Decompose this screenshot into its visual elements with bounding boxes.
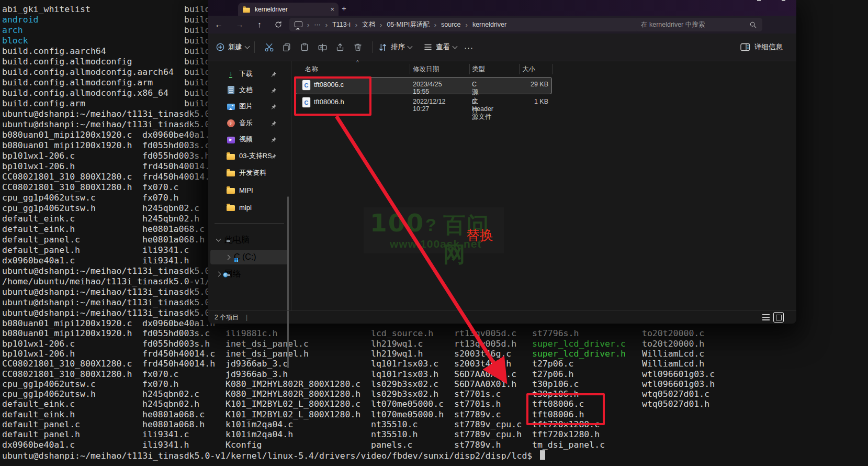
rename-button[interactable]: A [313, 42, 331, 52]
sidebar-item-music[interactable]: ♪ 音乐 [210, 116, 288, 130]
terminal-text-row: frd450h40014.c [142, 161, 215, 171]
terminal-text-row: he0801a068.h [142, 419, 205, 429]
terminal-text-row: bp101wx1-206.h [2, 349, 75, 359]
refresh-button[interactable] [272, 18, 285, 29]
new-button[interactable]: 新建 [216, 42, 249, 52]
terminal-text-row: cpu_gg1p4062utsw.h [2, 389, 96, 399]
view-icon [423, 42, 433, 52]
sidebar-item-pictures[interactable]: 图片 [210, 99, 288, 114]
delete-button[interactable] [349, 42, 367, 52]
breadcrumb-item[interactable]: T113-i [332, 21, 351, 28]
sidebar-item-videos[interactable]: ▶ 视频 [210, 132, 288, 147]
terminal-text-row: build [184, 77, 210, 87]
breadcrumb-separator: › [355, 21, 357, 29]
breadcrumb-separator: › [434, 21, 436, 29]
cut-button[interactable] [260, 42, 278, 52]
folder-icon [227, 205, 235, 211]
column-separator[interactable] [519, 64, 520, 74]
sidebar-item-documents[interactable]: 文档 [210, 83, 288, 97]
column-separator[interactable] [410, 64, 410, 74]
trash-icon [353, 42, 363, 52]
terminal-text-row: super_lcd_driver.c [532, 339, 626, 349]
new-tab-button[interactable]: + [342, 4, 346, 13]
search-input[interactable]: 在 kerneldriver 中搜索 [636, 18, 762, 31]
sidebar-item-label: 开发资料 [239, 168, 266, 177]
terminal-prompt[interactable]: ubuntu@dshanpi:~/meihao/t113i_tinasdk5.0… [2, 451, 532, 461]
sidebar-item-folder-mipi-upper[interactable]: MIPI [210, 183, 288, 197]
chevron-down-icon [216, 236, 221, 241]
chevron-right-icon [216, 271, 221, 276]
sidebar-item-folder-rs48[interactable]: 03-支持RS48 [210, 149, 288, 163]
details-view-toggle-icon[interactable] [762, 314, 770, 320]
terminal-text-row: bp101wx1-206.c [2, 339, 75, 349]
terminal-text-row: WilliamLcd.h [642, 359, 704, 369]
terminal-text-row: ili9341.c [142, 429, 189, 439]
paste-button[interactable] [296, 42, 313, 52]
terminal-text-row: wtq05027d01.h [642, 399, 709, 409]
terminal-text-row: cpu_gg1p4062utsw.h [2, 203, 96, 213]
sidebar-item-downloads[interactable]: ↓ 下载 [210, 66, 288, 81]
this-pc-icon [295, 21, 302, 27]
up-button[interactable]: ↑ [253, 18, 266, 31]
terminal-text-row: build [184, 98, 210, 108]
large-icons-view-toggle-icon[interactable] [773, 312, 784, 323]
file-date: 2023/4/25 15:55 [413, 81, 442, 95]
tab-kerneldriver[interactable]: kerneldriver × [238, 3, 339, 16]
sidebar-item-network[interactable]: 网络 [210, 267, 288, 281]
column-header-type[interactable]: 类型 [472, 65, 485, 74]
column-header-name[interactable]: 名称 [305, 65, 318, 74]
breadcrumb-item[interactable]: kerneldriver [472, 21, 506, 28]
column-separator[interactable] [553, 64, 553, 74]
forward-button[interactable]: → [233, 18, 246, 31]
terminal-text-row: dx0960be40a1.h [142, 318, 215, 328]
replace-annotation-label: 替换 [466, 226, 493, 245]
terminal-text-row: t30p106.c [532, 379, 579, 389]
column-header-size[interactable]: 大小 [522, 65, 535, 74]
sort-button[interactable]: 排序 [378, 42, 412, 52]
details-pane-button[interactable]: 详细信息 [740, 42, 783, 52]
chevron-down-icon [245, 43, 250, 49]
pin-icon [270, 136, 277, 145]
address-bar: ← → ↑ › ··· › T113-i › 文档 › 05-MIPI屏适配 ›… [208, 16, 796, 34]
copy-button[interactable] [278, 42, 296, 52]
share-button[interactable] [331, 42, 349, 52]
terminal-text-row: b080uan01_mipi1200x1920.c [2, 318, 132, 328]
column-separator[interactable] [469, 64, 470, 74]
breadcrumb-overflow[interactable]: ··· [314, 21, 321, 28]
terminal-text-row: android [2, 15, 39, 25]
terminal-text-row: K101_IM2BYL02_L_800X1280.c [226, 399, 360, 409]
new-button-label: 新建 [228, 42, 242, 52]
file-list-header: 名称 修改日期 类型 大小 [292, 62, 791, 76]
rename-icon: A [318, 42, 328, 52]
breadcrumb-item[interactable]: source [441, 21, 461, 28]
terminal-text-row: default_eink.h [2, 409, 75, 419]
chevron-down-icon [453, 43, 458, 49]
terminal-text-row: rt13qv005d.c [454, 328, 516, 338]
terminal-text-row: default_eink.c [2, 214, 75, 224]
terminal-text-row: build.config.arm [2, 98, 85, 108]
videos-icon: ▶ [227, 137, 235, 143]
breadcrumb-item[interactable]: 05-MIPI屏适配 [387, 20, 429, 29]
terminal-text-row: build [184, 4, 210, 14]
paste-icon [300, 42, 309, 52]
maximize-button[interactable] [782, 0, 785, 1]
folder-icon [243, 7, 250, 12]
breadcrumb[interactable]: › ··· › T113-i › 文档 › 05-MIPI屏适配 › sourc… [289, 18, 642, 31]
minimize-button[interactable] [757, 0, 761, 1]
sidebar-item-this-pc[interactable]: 此电脑 [210, 232, 288, 247]
terminal-text-row: lt070me05000.h [371, 409, 444, 419]
terminal-text-row: ubuntu@dshanpi:~/meihao/t113i_tinasdk5.0 [2, 119, 210, 129]
tab-close-icon[interactable]: × [330, 6, 334, 13]
more-options-button[interactable]: ··· [464, 43, 474, 52]
sidebar-item-folder-devdocs[interactable]: 开发资料 [210, 165, 288, 180]
column-header-date[interactable]: 修改日期 [413, 65, 439, 74]
sidebar-item-folder-mipi-lower[interactable]: mipi [210, 200, 288, 215]
breadcrumb-item[interactable]: 文档 [362, 20, 375, 29]
file-size: 29 KB [514, 81, 548, 88]
terminal-text-row: st7789v_cpu.h [454, 429, 522, 439]
back-button[interactable]: ← [212, 18, 225, 31]
view-button[interactable]: 查看 [423, 42, 457, 52]
sidebar-item-c-drive[interactable]: C (C:) [210, 250, 288, 264]
sidebar-item-label: 文档 [239, 85, 253, 95]
sidebar-scrollbar[interactable] [287, 196, 289, 368]
